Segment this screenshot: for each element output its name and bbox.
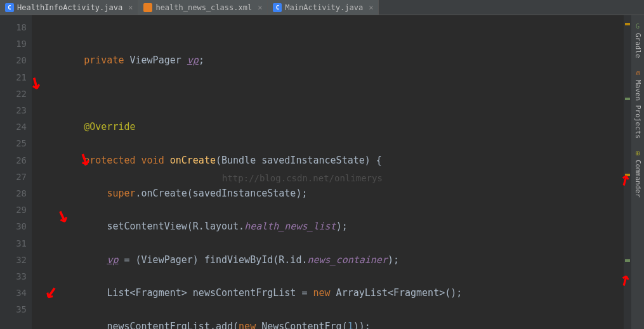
code-line [38,86,624,102]
code-line: @Override [38,119,624,135]
code-line: newsContentFrgList.add(new NewsContentFr… [38,318,624,329]
code-line: super.onCreate(savedInstanceState); [38,185,624,202]
code-editor[interactable]: private ViewPager vp; @Override protecte… [32,15,624,329]
code-line: private ViewPager vp; [38,52,624,68]
ok-marker[interactable] [625,98,630,100]
line-number-gutter: 18 19 20 21 22 23 24 25 26 27 28 29 30 3… [0,15,32,329]
close-icon[interactable]: × [128,3,133,12]
warning-marker[interactable] [625,23,630,25]
line-number: 23 [0,102,27,119]
line-number: 18 [0,19,27,35]
line-number: 29 [0,202,27,218]
line-number: 30 [0,218,27,235]
close-icon[interactable]: × [369,3,373,12]
java-class-icon: C [273,3,282,12]
line-number: 22 [0,86,27,102]
error-stripe[interactable]: ↗ ↗ [624,15,631,329]
editor-area: 18 19 20 21 22 23 24 25 26 27 28 29 30 3… [0,15,644,329]
code-line: protected void onCreate(Bundle savedInst… [38,152,624,169]
line-number: 20 [0,52,27,68]
tool-commander[interactable]: ⊞ Commander [632,145,643,202]
editor-tabs: C HealthInfoActivity.java × health_news_… [0,0,644,15]
line-number: 26 [0,152,27,169]
override-gutter-icon[interactable]: ⬤↑ [0,71,1,87]
java-class-icon: C [5,3,14,12]
tab-mainactivity[interactable]: C MainActivity.java × [268,0,379,15]
watermark-text: http://blog.csdn.net/onlimerys [222,170,383,186]
tab-label: HealthInfoActivity.java [17,3,122,12]
tab-health-news-xml[interactable]: health_news_class.xml × [138,0,268,15]
line-number: 34 [0,285,27,301]
line-number: 24 [0,119,27,135]
right-tool-bar: G Gradle m Maven Projects ⊞ Commander [631,15,644,329]
tab-healthinfoactivity[interactable]: C HealthInfoActivity.java × [0,0,138,15]
gradle-icon: G [633,22,642,30]
code-line: setContentView(R.layout.health_news_list… [38,218,624,235]
line-number: 31 [0,235,27,252]
line-number: 32 [0,252,27,268]
tab-label: MainActivity.java [285,3,363,12]
line-number: 33 [0,268,27,285]
code-line: vp = (ViewPager) findViewById(R.id.news_… [38,252,624,268]
line-number: 27 [0,169,27,185]
warning-marker[interactable] [625,174,630,176]
tool-gradle[interactable]: G Gradle [632,18,643,62]
maven-icon: m [633,68,642,77]
tool-label: Maven Projects [634,80,642,139]
tab-label: health_news_class.xml [155,3,252,12]
xml-file-icon [143,3,152,12]
code-line: List<Fragment> newsContentFrgList = new … [38,285,624,301]
line-number: 28 [0,185,27,202]
line-number: 35 [0,301,27,318]
line-number: 25 [0,135,27,152]
close-icon[interactable]: × [258,3,262,12]
tool-maven[interactable]: m Maven Projects [632,65,643,143]
line-number: 21 [0,69,27,86]
line-number: 19 [0,35,27,52]
ok-marker[interactable] [625,259,630,262]
tool-label: Gradle [634,33,642,58]
tool-label: Commander [634,160,642,198]
commander-icon: ⊞ [633,148,642,157]
